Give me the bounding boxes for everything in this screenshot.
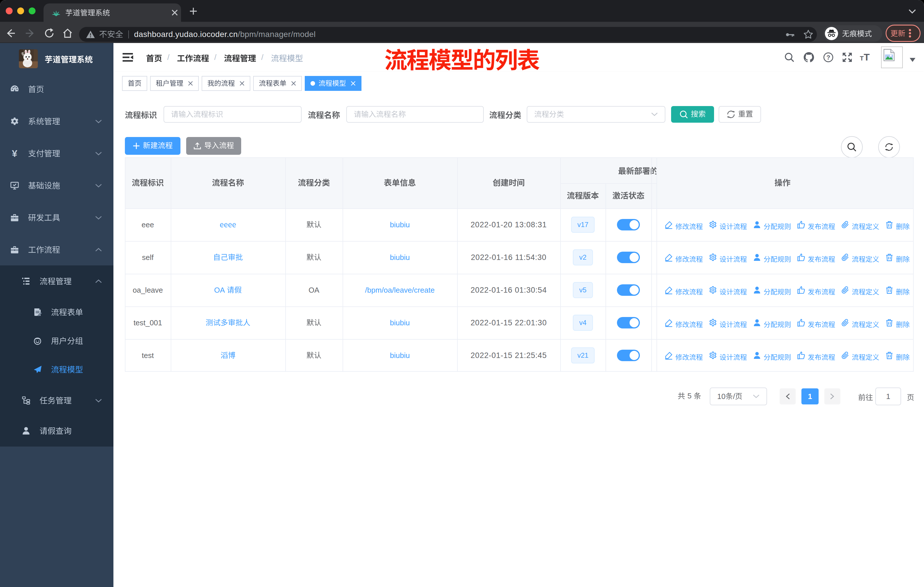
svg-text:?: ? <box>826 54 830 61</box>
